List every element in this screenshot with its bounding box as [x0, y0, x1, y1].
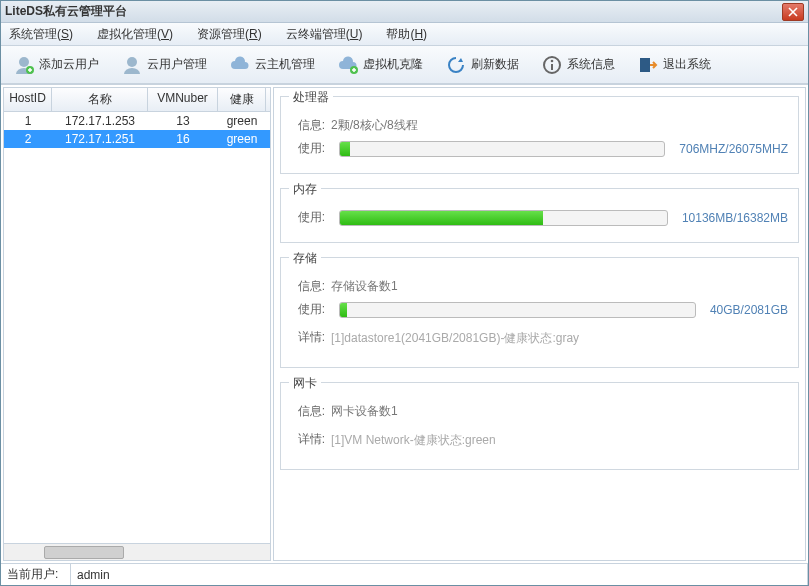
col-header-name[interactable]: 名称 — [52, 88, 148, 111]
storage-group: 存储 信息: 存储设备数1 使用: 40GB/2081GB 详情: [1]dat… — [280, 257, 799, 368]
cloud-plus-icon — [337, 54, 359, 76]
close-icon — [788, 7, 798, 17]
titlebar[interactable]: LiteDS私有云管理平台 — [1, 1, 808, 23]
user-group-icon — [121, 54, 143, 76]
memory-progress — [339, 210, 668, 226]
cpu-value: 706MHZ/26075MHZ — [679, 142, 788, 156]
cpu-progress — [339, 141, 665, 157]
menu-help[interactable]: 帮助(H) — [382, 24, 431, 45]
tool-exit[interactable]: 退出系统 — [633, 52, 715, 78]
toolbar: 添加云用户 云用户管理 云主机管理 虚拟机克隆 刷新数据 系统信息 退出系统 — [1, 46, 808, 84]
nic-detail-label: 详情: — [291, 431, 325, 448]
tool-refresh[interactable]: 刷新数据 — [441, 52, 523, 78]
storage-detail-value: [1]datastore1(2041GB/2081GB)-健康状态:gray — [331, 330, 579, 347]
cell-name: 172.17.1.253 — [52, 112, 148, 130]
memory-use-label: 使用: — [291, 209, 325, 226]
horizontal-scrollbar[interactable] — [4, 543, 270, 560]
window-title: LiteDS私有云管理平台 — [5, 3, 782, 20]
scrollbar-thumb[interactable] — [44, 546, 124, 559]
table-row[interactable]: 1172.17.1.25313green — [4, 112, 270, 130]
storage-value: 40GB/2081GB — [710, 303, 788, 317]
menu-resource[interactable]: 资源管理(R) — [193, 24, 266, 45]
tool-label: 云主机管理 — [255, 56, 315, 73]
memory-value: 10136MB/16382MB — [682, 211, 788, 225]
status-user-label: 当前用户: — [1, 564, 71, 585]
nic-info-label: 信息: — [291, 403, 325, 420]
main-content: HostID 名称 VMNuber 健康 1172.17.1.25313gree… — [1, 84, 808, 563]
host-list-pane: HostID 名称 VMNuber 健康 1172.17.1.25313gree… — [3, 87, 271, 561]
storage-info-label: 信息: — [291, 278, 325, 295]
tool-label: 刷新数据 — [471, 56, 519, 73]
refresh-icon — [445, 54, 467, 76]
menu-virtualization[interactable]: 虚拟化管理(V) — [93, 24, 177, 45]
memory-title: 内存 — [289, 181, 321, 198]
tool-label: 系统信息 — [567, 56, 615, 73]
cpu-info-value: 2颗/8核心/8线程 — [331, 117, 418, 134]
detail-pane: 处理器 信息: 2颗/8核心/8线程 使用: 706MHZ/26075MHZ 内… — [273, 87, 806, 561]
cell-name: 172.17.1.251 — [52, 130, 148, 148]
statusbar: 当前用户: admin — [1, 563, 808, 585]
tool-cloud-host-mgmt[interactable]: 云主机管理 — [225, 52, 319, 78]
tool-label: 虚拟机克隆 — [363, 56, 423, 73]
storage-use-label: 使用: — [291, 301, 325, 318]
table-row[interactable]: 2172.17.1.25116green — [4, 130, 270, 148]
memory-group: 内存 使用: 10136MB/16382MB — [280, 188, 799, 243]
cell-health: green — [218, 130, 266, 148]
cpu-use-label: 使用: — [291, 140, 325, 157]
close-button[interactable] — [782, 3, 804, 21]
storage-info-value: 存储设备数1 — [331, 278, 398, 295]
svg-point-0 — [19, 57, 29, 67]
storage-title: 存储 — [289, 250, 321, 267]
nic-info-value: 网卡设备数1 — [331, 403, 398, 420]
cell-host: 1 — [4, 112, 52, 130]
cpu-group: 处理器 信息: 2颗/8核心/8线程 使用: 706MHZ/26075MHZ — [280, 96, 799, 174]
storage-detail-label: 详情: — [291, 329, 325, 346]
exit-icon — [637, 54, 659, 76]
col-header-health[interactable]: 健康 — [218, 88, 266, 111]
svg-rect-7 — [640, 58, 650, 72]
tool-vm-clone[interactable]: 虚拟机克隆 — [333, 52, 427, 78]
info-icon — [541, 54, 563, 76]
tool-label: 退出系统 — [663, 56, 711, 73]
svg-point-5 — [551, 59, 554, 62]
col-header-hostid[interactable]: HostID — [4, 88, 52, 111]
col-header-vmnumber[interactable]: VMNuber — [148, 88, 218, 111]
cell-host: 2 — [4, 130, 52, 148]
tool-system-info[interactable]: 系统信息 — [537, 52, 619, 78]
nic-detail-value: [1]VM Network-健康状态:green — [331, 432, 496, 449]
cell-health: green — [218, 112, 266, 130]
nic-title: 网卡 — [289, 375, 321, 392]
app-window: LiteDS私有云管理平台 系统管理(S) 虚拟化管理(V) 资源管理(R) 云… — [0, 0, 809, 586]
nic-group: 网卡 信息: 网卡设备数1 详情: [1]VM Network-健康状态:gre… — [280, 382, 799, 470]
user-plus-icon — [13, 54, 35, 76]
cell-vm: 16 — [148, 130, 218, 148]
menubar: 系统管理(S) 虚拟化管理(V) 资源管理(R) 云终端管理(U) 帮助(H) — [1, 23, 808, 46]
tool-cloud-user-mgmt[interactable]: 云用户管理 — [117, 52, 211, 78]
tool-label: 云用户管理 — [147, 56, 207, 73]
tool-add-cloud-user[interactable]: 添加云用户 — [9, 52, 103, 78]
menu-cloud-terminal[interactable]: 云终端管理(U) — [282, 24, 367, 45]
host-table-body[interactable]: 1172.17.1.25313green2172.17.1.25116green — [4, 112, 270, 543]
menu-system[interactable]: 系统管理(S) — [5, 24, 77, 45]
memory-progress-fill — [340, 211, 543, 225]
tool-label: 添加云用户 — [39, 56, 99, 73]
status-user-value: admin — [71, 564, 808, 585]
storage-progress-fill — [340, 303, 347, 317]
host-table-header: HostID 名称 VMNuber 健康 — [4, 88, 270, 112]
cell-vm: 13 — [148, 112, 218, 130]
cloud-icon — [229, 54, 251, 76]
cpu-progress-fill — [340, 142, 350, 156]
svg-rect-6 — [551, 64, 553, 70]
cpu-info-label: 信息: — [291, 117, 325, 134]
cpu-title: 处理器 — [289, 89, 333, 106]
storage-progress — [339, 302, 696, 318]
svg-point-2 — [127, 57, 137, 67]
